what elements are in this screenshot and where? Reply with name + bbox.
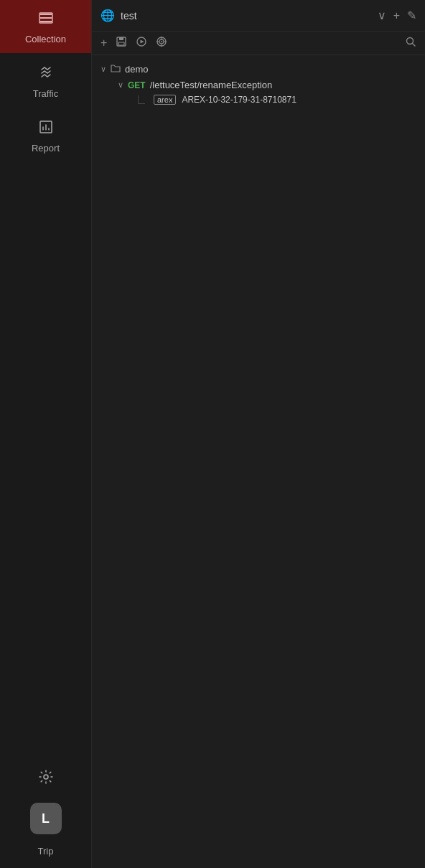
svg-rect-4 <box>119 37 123 40</box>
environment-title: test <box>121 10 372 22</box>
http-method: GET <box>128 80 146 90</box>
svg-line-15 <box>413 44 416 47</box>
tree-panel: ∨ demo ∨ GET /lettuceTest/renameExceptio… <box>92 55 425 868</box>
svg-point-2 <box>44 775 48 779</box>
sidebar-item-report[interactable]: Report <box>0 108 91 162</box>
request-path: /lettuceTest/renameException <box>150 80 273 90</box>
user-avatar[interactable]: L <box>30 803 62 834</box>
request-chevron: ∨ <box>118 80 123 90</box>
sidebar-item-traffic[interactable]: Traffic <box>0 53 91 108</box>
edit-icon[interactable]: ✎ <box>407 9 416 22</box>
trip-label: Trip <box>38 846 54 857</box>
sidebar-bottom: L Trip <box>0 763 91 868</box>
child-item[interactable]: arex AREX-10-32-179-31-8710871 <box>92 93 425 107</box>
sidebar-item-collection[interactable]: Collection <box>0 0 91 53</box>
topbar: 🌐 test ∨ + ✎ <box>92 0 425 32</box>
arex-tag: arex <box>154 95 176 105</box>
search-icon[interactable] <box>405 36 416 50</box>
svg-point-9 <box>161 41 162 42</box>
svg-rect-5 <box>118 42 124 45</box>
add-icon[interactable]: + <box>393 9 400 22</box>
collection-label: Collection <box>25 34 66 44</box>
report-label: Report <box>32 143 60 154</box>
add-collection-icon[interactable]: + <box>101 37 107 49</box>
traffic-label: Traffic <box>33 88 58 99</box>
sidebar: Collection Traffic Report <box>0 0 92 868</box>
settings-icon[interactable] <box>32 763 60 794</box>
globe-icon: 🌐 <box>101 9 115 22</box>
target-icon[interactable] <box>156 36 167 50</box>
chevron-down-icon[interactable]: ∨ <box>378 9 386 22</box>
collection-icon <box>38 10 54 29</box>
main-panel: 🌐 test ∨ + ✎ + <box>92 0 425 868</box>
report-icon <box>38 119 54 138</box>
topbar-actions: ∨ + ✎ <box>378 9 416 22</box>
folder-demo[interactable]: ∨ demo <box>92 61 425 77</box>
run-icon[interactable] <box>136 36 147 50</box>
toolbar: + <box>92 32 425 55</box>
request-item[interactable]: ∨ GET /lettuceTest/renameException <box>92 77 425 93</box>
arex-id: AREX-10-32-179-31-8710871 <box>182 95 296 105</box>
traffic-icon <box>38 65 54 84</box>
save-collection-icon[interactable] <box>116 36 127 50</box>
folder-icon <box>111 63 121 75</box>
connector <box>138 95 148 104</box>
folder-name: demo <box>125 64 149 75</box>
folder-chevron: ∨ <box>101 65 106 74</box>
